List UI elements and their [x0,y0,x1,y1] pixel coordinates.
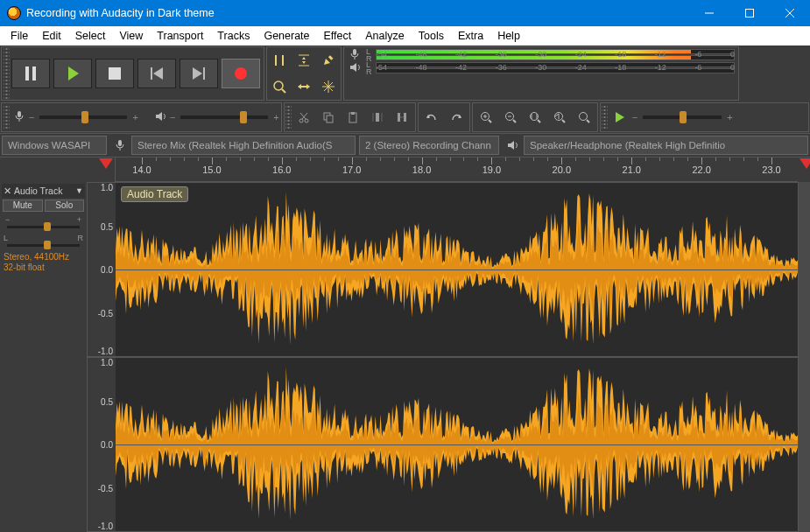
pin-right-icon[interactable] [799,158,810,169]
chevron-down-icon[interactable]: ▼ [75,186,83,195]
timeline-ruler[interactable]: 14.015.016.017.018.019.020.021.022.023.0 [116,158,798,182]
toolbar-area: L R -54-48-42-36-30-24-18-12-60 L R -54-… [0,46,810,133]
paste-icon[interactable] [342,106,364,129]
cut-icon[interactable] [292,106,315,129]
svg-line-66 [587,120,589,122]
recording-meter[interactable]: L R -54-48-42-36-30-24-18-12-60 [363,49,736,61]
copy-icon[interactable] [317,106,340,129]
svg-marker-6 [68,66,79,80]
svg-line-22 [282,89,285,93]
play-button[interactable] [53,59,92,88]
svg-rect-5 [32,66,36,80]
envelope-tool-icon[interactable] [292,49,315,72]
svg-marker-67 [616,112,624,122]
zoom-toggle-icon[interactable] [573,106,595,129]
draw-tool-icon[interactable] [317,49,340,72]
menu-effect[interactable]: Effect [317,28,359,44]
menu-tools[interactable]: Tools [412,28,451,44]
svg-rect-47 [398,113,400,122]
track-gain-slider[interactable] [7,226,80,228]
svg-marker-32 [350,63,356,72]
menu-help[interactable]: Help [490,28,527,44]
toolbar-grip[interactable] [602,104,608,130]
recording-channels-dropdown[interactable]: 2 (Stereo) Recording Chann [359,136,499,155]
fit-project-icon[interactable] [548,106,571,129]
playback-speed-slider[interactable] [643,116,722,119]
svg-marker-25 [306,84,310,89]
svg-point-37 [305,119,308,122]
vertical-ruler[interactable]: 1.00.50.0-0.5-1.0 1.00.50.0-0.5-1.0 [88,182,116,532]
waveform-channel-right[interactable] [116,357,798,532]
timeshift-tool-icon[interactable] [292,75,315,98]
track-control-panel[interactable]: ✕ Audio Track ▼ Mute Solo −+ LR Stereo, … [0,182,88,532]
playback-device-dropdown[interactable]: Speaker/Headphone (Realtek High Definiti… [524,136,808,155]
skip-end-button[interactable] [180,59,218,88]
menu-bar: FileEditSelectViewTransportTracksGenerat… [0,26,810,46]
playback-meter[interactable]: L R -54-48-42-36-30-24-18-12-60 [363,62,736,74]
close-button[interactable] [770,0,810,26]
skip-start-button[interactable] [137,59,176,88]
tracks-area: ✕ Audio Track ▼ Mute Solo −+ LR Stereo, … [0,182,810,532]
toolbar-grip[interactable] [4,106,10,129]
svg-rect-30 [353,49,356,55]
undo-icon[interactable] [420,106,443,129]
mute-button[interactable]: Mute [3,200,43,212]
menu-select[interactable]: Select [68,28,113,44]
multi-tool-icon[interactable] [317,75,340,98]
svg-marker-18 [302,61,306,64]
menu-generate[interactable]: Generate [257,28,316,44]
toolbar-grip[interactable] [4,48,10,99]
svg-marker-9 [153,67,163,80]
menu-analyze[interactable]: Analyze [358,28,411,44]
zoom-out-icon[interactable] [499,106,522,129]
maximize-button[interactable] [729,0,770,26]
track-pan-slider[interactable] [7,244,80,247]
zoom-tool-icon[interactable] [268,75,291,98]
record-button[interactable] [222,59,260,88]
selection-tool-icon[interactable] [268,49,291,72]
svg-rect-4 [25,66,29,80]
fit-selection-icon[interactable] [524,106,546,129]
play-at-speed-icon[interactable] [609,106,631,129]
undo-toolbar [418,102,470,132]
vertical-scrollbar[interactable] [798,182,810,532]
clip-name-label[interactable]: Audio Track [121,186,188,202]
pin-left-icon[interactable] [99,158,113,169]
speaker-meter-icon[interactable] [346,61,363,76]
playback-volume-slider[interactable] [180,116,268,119]
mic-icon [110,136,130,155]
waveform-channel-left[interactable]: Audio Track [116,182,798,357]
window-titlebar: Recording with Audacity in Dark theme [0,0,810,26]
trim-icon[interactable] [366,106,389,129]
menu-view[interactable]: View [112,28,150,44]
zoom-toolbar [472,102,598,132]
stop-button[interactable] [95,59,134,88]
menu-file[interactable]: File [4,28,35,44]
minimize-button[interactable] [689,0,729,26]
menu-edit[interactable]: Edit [35,28,68,44]
svg-rect-41 [327,116,333,122]
audio-host-dropdown[interactable]: Windows WASAPI [2,136,107,155]
svg-point-65 [579,113,587,121]
track-close-icon[interactable]: ✕ [4,186,11,197]
menu-transport[interactable]: Transport [150,28,210,44]
svg-rect-33 [18,111,21,117]
speaker-icon [503,136,522,155]
svg-rect-43 [351,112,355,115]
solo-button[interactable]: Solo [45,200,85,212]
track-menu-name[interactable]: Audio Track [14,186,75,196]
zoom-in-icon[interactable] [475,106,497,129]
recording-device-dropdown[interactable]: Stereo Mix (Realtek High Definition Audi… [131,136,356,155]
redo-icon[interactable] [445,106,468,129]
svg-rect-8 [151,67,152,80]
recording-volume-slider[interactable] [39,116,127,119]
menu-extra[interactable]: Extra [451,28,490,44]
toolbar-grip[interactable] [285,104,292,130]
svg-marker-19 [324,59,330,65]
menu-tracks[interactable]: Tracks [210,28,257,44]
silence-icon[interactable] [391,106,413,129]
transport-toolbar [1,46,264,101]
svg-marker-35 [156,112,162,121]
mixer-toolbar: − + − + [1,102,282,132]
pause-button[interactable] [11,59,50,88]
